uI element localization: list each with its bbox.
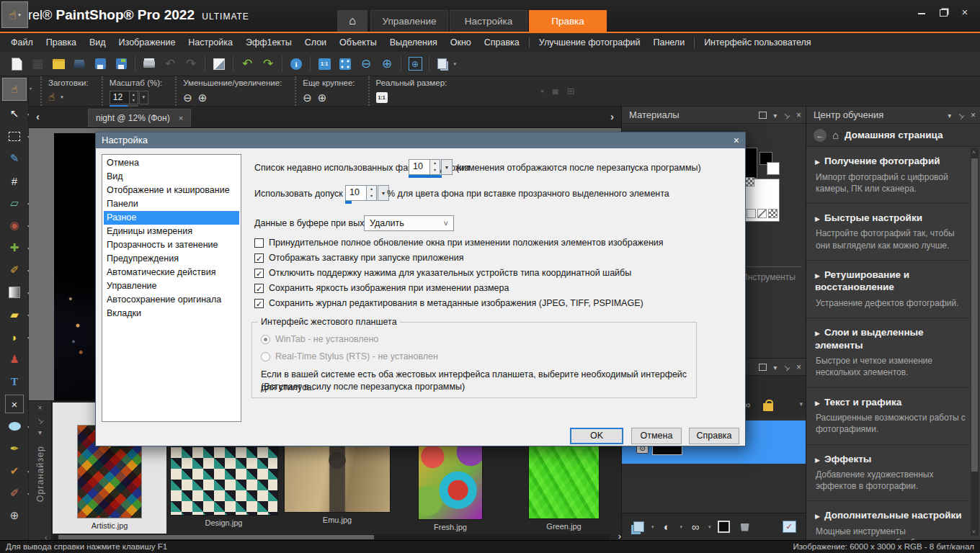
add-tool-button[interactable]: ⊕ bbox=[5, 506, 24, 525]
category-item[interactable]: Панели bbox=[104, 197, 239, 211]
clipboard-combo[interactable]: Удалить bbox=[364, 215, 454, 231]
transparent-chip[interactable] bbox=[768, 209, 778, 218]
zoom-spinner[interactable]: 12 ▴▾ ▾ bbox=[110, 91, 148, 104]
mask-dropdown-icon[interactable]: ▾ bbox=[708, 524, 711, 530]
scroll-up-icon[interactable] bbox=[972, 149, 976, 156]
pin-panel-icon[interactable] bbox=[783, 364, 790, 372]
organizer-scrollbar-thumb[interactable] bbox=[58, 535, 374, 539]
scroll-down-icon[interactable] bbox=[972, 529, 976, 535]
zoom-out-small-button[interactable] bbox=[183, 92, 192, 103]
menu-item[interactable]: Панели bbox=[646, 33, 691, 52]
open-image-night[interactable] bbox=[54, 133, 97, 400]
undo-disabled-button[interactable]: ↶ bbox=[161, 55, 179, 73]
image-information-button[interactable] bbox=[287, 55, 306, 73]
picture-tube-tool[interactable]: ✔ bbox=[5, 462, 24, 480]
panel-menu-icon[interactable] bbox=[948, 112, 951, 120]
scan-import-button[interactable] bbox=[70, 55, 89, 73]
learning-section[interactable]: Эффекты Добавление художественных эффект… bbox=[806, 445, 970, 502]
tab-scroll-left-icon[interactable] bbox=[36, 110, 40, 122]
group-layer-button[interactable] bbox=[716, 519, 732, 535]
save-button[interactable] bbox=[91, 55, 110, 73]
crop-tool[interactable]: # bbox=[5, 171, 24, 190]
category-item[interactable]: Отмена bbox=[104, 156, 239, 170]
home-icon[interactable] bbox=[832, 129, 839, 141]
style-chip[interactable] bbox=[747, 209, 756, 218]
checkbox-row[interactable]: Принудительное полное обновление окна пр… bbox=[254, 237, 664, 248]
adjustment-layer-button[interactable]: ◐ bbox=[659, 519, 675, 535]
gradient-chip[interactable] bbox=[757, 209, 767, 218]
zoom-tool-button[interactable] bbox=[406, 55, 424, 73]
menu-item[interactable]: Файл bbox=[4, 33, 40, 52]
dialog-close-icon[interactable] bbox=[734, 132, 739, 148]
cancel-button[interactable]: Отмена bbox=[631, 428, 682, 444]
category-item[interactable]: Автосохранение оригинала bbox=[104, 293, 239, 307]
spinner-dropdown-icon[interactable]: ▾ bbox=[441, 159, 453, 175]
gradient-fill-tool[interactable] bbox=[5, 283, 24, 302]
new-layer-button[interactable] bbox=[631, 519, 646, 535]
organizer-scrollbar[interactable] bbox=[53, 534, 610, 540]
category-item[interactable]: Единицы измерения bbox=[104, 225, 239, 238]
selection-tool[interactable] bbox=[5, 127, 24, 145]
back-button[interactable] bbox=[814, 129, 827, 142]
thumbnail-image[interactable] bbox=[419, 443, 482, 519]
thumbnail-image[interactable] bbox=[171, 447, 277, 515]
actual-size-1to1-button[interactable] bbox=[376, 92, 388, 103]
menu-item[interactable]: Интерфейс пользователя bbox=[698, 33, 817, 52]
learning-scrollbar-thumb[interactable] bbox=[971, 158, 978, 472]
thumbnail-image[interactable] bbox=[285, 446, 390, 512]
thumbnail-image[interactable] bbox=[529, 444, 599, 518]
spinner-value[interactable]: 10 bbox=[345, 185, 367, 201]
category-item[interactable]: Автоматические действия bbox=[104, 266, 239, 279]
zoom-value[interactable]: 12 bbox=[110, 91, 130, 104]
ok-button[interactable]: OK bbox=[570, 428, 623, 444]
zoom-in-button[interactable]: ⊕ bbox=[378, 55, 396, 73]
tab-scroll-right-icon[interactable] bbox=[610, 110, 614, 122]
clone-stamp-tool[interactable]: ♟ bbox=[5, 350, 24, 369]
pan-preset-icon[interactable]: ☝ bbox=[48, 91, 55, 104]
layers-row-dropdown-icon[interactable] bbox=[799, 400, 803, 408]
checkbox[interactable] bbox=[254, 238, 264, 248]
zoom-slider-dropdown[interactable]: ▾ bbox=[139, 91, 148, 104]
wintab-radio-row[interactable]: WinTab - не установлено bbox=[261, 334, 378, 344]
zoom-in-small-button[interactable] bbox=[198, 92, 208, 103]
category-item[interactable]: Отображение и кэширование bbox=[104, 184, 239, 197]
menu-item[interactable]: Справка bbox=[478, 33, 526, 52]
workspace-tab[interactable]: Настройка bbox=[450, 10, 527, 32]
close-panel-icon[interactable] bbox=[796, 362, 801, 372]
save-as-button[interactable] bbox=[112, 55, 130, 73]
dropper-tool[interactable]: ✎ bbox=[5, 149, 24, 168]
print-button[interactable] bbox=[140, 55, 159, 73]
radio-unselected-icon[interactable] bbox=[261, 352, 270, 361]
actual-size-button[interactable] bbox=[315, 55, 334, 73]
checkbox[interactable] bbox=[254, 284, 264, 293]
resize-button[interactable] bbox=[210, 55, 228, 73]
checkbox-row[interactable]: Сохранить яркость изображения при измене… bbox=[254, 282, 664, 294]
active-tool-button[interactable]: ☝ bbox=[1, 1, 28, 28]
menu-item[interactable]: Правка bbox=[40, 33, 83, 52]
minimize-icon[interactable] bbox=[917, 7, 927, 17]
lock-layer-icon[interactable] bbox=[763, 403, 773, 411]
menu-item[interactable]: Слои bbox=[298, 33, 333, 52]
undo-button[interactable]: ↶ bbox=[238, 55, 257, 73]
close-tab-icon[interactable] bbox=[179, 114, 183, 122]
checkbox[interactable] bbox=[254, 269, 264, 278]
category-item[interactable]: Вкладки bbox=[104, 307, 239, 320]
mesh-warp-tool[interactable]: × bbox=[5, 395, 24, 413]
category-item[interactable]: Предупреждения bbox=[104, 252, 239, 266]
checkbox-row[interactable]: Сохранить журнал редактирования в метада… bbox=[254, 297, 664, 309]
radio-selected-icon[interactable] bbox=[261, 335, 270, 344]
float-panel-icon[interactable] bbox=[759, 364, 767, 371]
delete-layer-button[interactable] bbox=[737, 519, 753, 535]
red-eye-tool[interactable]: ◉ bbox=[5, 216, 24, 235]
rts-radio-row[interactable]: Real-Time Stylus (RTS) - не установлен bbox=[261, 351, 438, 361]
menu-item[interactable]: Эфф1екты bbox=[239, 33, 298, 52]
help-button[interactable]: Справка bbox=[689, 428, 739, 444]
background-swatch-small[interactable] bbox=[767, 162, 780, 175]
home-tab-button[interactable] bbox=[337, 10, 368, 32]
background-eraser-tool[interactable]: ◗ bbox=[5, 328, 24, 346]
adjustment-dropdown-icon[interactable]: ▾ bbox=[680, 524, 683, 530]
menu-item[interactable]: Окно bbox=[444, 33, 478, 52]
open-file-button[interactable] bbox=[49, 55, 68, 73]
zoom-out-button[interactable]: ⊖ bbox=[357, 55, 375, 73]
category-item[interactable]: Управление bbox=[104, 279, 239, 293]
